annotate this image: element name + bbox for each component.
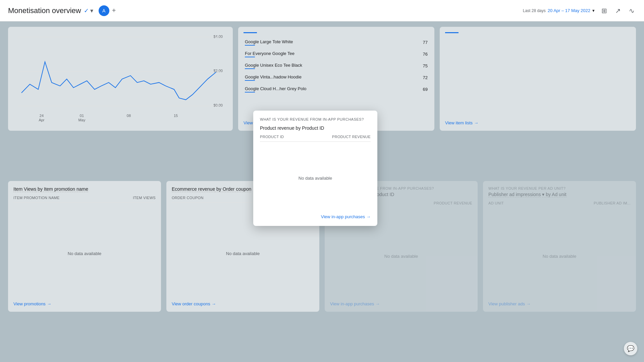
modal-table-title: Product revenue by Product ID <box>260 125 371 131</box>
table-row: Google Unisex Eco Tee Black 75 <box>244 60 429 72</box>
promotions-col-headers: ITEM PROMOTION NAME ITEM VIEWS <box>13 196 156 203</box>
coupons-title-prefix: Ecommerce revenue <box>172 186 215 192</box>
item-name: Google Vinta...hadow Hoodie <box>244 72 410 83</box>
promotions-card: Item Views by Item promotion name ITEM P… <box>8 181 161 312</box>
publisher-col1: AD UNIT <box>488 201 504 205</box>
in-app-col2: PRODUCT REVENUE <box>434 201 472 205</box>
item-lists-card: View item lists → <box>440 27 636 131</box>
publisher-col-headers: AD UNIT PUBLISHER AD IM... <box>488 201 631 208</box>
lists-indicator <box>445 32 459 33</box>
add-icon[interactable]: + <box>112 7 116 14</box>
feedback-icon: 💬 <box>627 345 634 352</box>
in-app-modal: WHAT IS YOUR REVENUE FROM IN-APP PURCHAS… <box>253 111 377 226</box>
table-row: Google Cloud H...her Grey Polo 69 <box>244 83 429 95</box>
view-item-lists-link[interactable]: View item lists → <box>445 120 631 125</box>
table-row: For Everyone Google Tee 76 <box>244 48 429 60</box>
promotions-title-prefix: Item Views <box>13 186 36 192</box>
item-name: Google Cloud H...her Grey Polo <box>244 83 410 95</box>
publisher-col2: PUBLISHER AD IM... <box>594 201 631 205</box>
promotions-no-data: No data available <box>13 205 156 301</box>
date-dropdown-icon[interactable]: ▾ <box>592 8 595 13</box>
table-row: Google Vinta...hadow Hoodie 72 <box>244 72 429 83</box>
revenue-chart-card: $4.00 $2.00 $0.00 24 Apr 01 May 08 15 <box>8 27 233 131</box>
modal-question: WHAT IS YOUR REVENUE FROM IN-APP PURCHAS… <box>260 117 371 121</box>
publisher-question: WHAT IS YOUR REVENUE PER AD UNIT? <box>488 186 631 190</box>
view-promotions-link[interactable]: View promotions → <box>13 301 156 306</box>
table-row: Google Large Tote White 77 <box>244 37 429 48</box>
report-icon[interactable]: ⊞ <box>600 5 608 16</box>
item-name: For Everyone Google Tee <box>244 48 410 60</box>
promotions-col1: ITEM PROMOTION NAME <box>13 196 60 200</box>
svg-text:01: 01 <box>80 114 84 118</box>
publisher-no-data: No data available <box>488 211 631 301</box>
promotions-col2: ITEM VIEWS <box>133 196 156 200</box>
item-value: 69 <box>410 83 429 95</box>
view-order-coupons-label: View order coupons <box>172 301 210 306</box>
arrow-icon: → <box>474 120 478 125</box>
view-in-app-link[interactable]: View in-app purchases → <box>330 301 472 306</box>
feedback-button[interactable]: 💬 <box>624 342 637 355</box>
revenue-chart: $4.00 $2.00 $0.00 24 Apr 01 May 08 15 <box>8 31 233 131</box>
view-promotions-label: View promotions <box>13 301 46 306</box>
view-item-lists-label: View item lists <box>445 120 473 125</box>
view-publisher-ads-label: View publisher ads <box>488 301 525 306</box>
modal-view-link[interactable]: View in-app purchases → <box>260 214 371 219</box>
items-table: Google Large Tote White 77 For Everyone … <box>244 37 429 120</box>
header-right: Last 28 days 20 Apr – 17 May 2022 ▾ ⊞ ↗ … <box>523 5 636 16</box>
publisher-title: Publisher ad impressions ▾ by Ad unit <box>488 192 631 197</box>
item-value: 77 <box>410 37 429 48</box>
trending-icon[interactable]: ∿ <box>628 5 636 16</box>
svg-text:08: 08 <box>127 114 131 118</box>
publisher-title-suffix: ▾ by Ad unit <box>542 192 566 197</box>
svg-text:Apr: Apr <box>39 118 44 122</box>
item-value: 72 <box>410 72 429 83</box>
date-label: Last 28 days <box>523 8 546 13</box>
promotions-title: Item Views by Item promotion name <box>13 186 156 192</box>
publisher-title-prefix: Publisher ad impressions <box>488 192 541 197</box>
item-name: Google Large Tote White <box>244 37 410 48</box>
header: Monetisation overview ✓ ▾ A + Last 28 da… <box>0 0 644 21</box>
svg-text:$0.00: $0.00 <box>213 103 223 107</box>
publisher-ads-card: WHAT IS YOUR REVENUE PER AD UNIT? Publis… <box>483 181 636 312</box>
svg-text:15: 15 <box>174 114 178 118</box>
item-value: 75 <box>410 60 429 72</box>
svg-text:$2.00: $2.00 <box>213 69 223 73</box>
svg-text:$4.00: $4.00 <box>213 34 223 38</box>
modal-arrow-icon: → <box>366 214 371 219</box>
item-lists-no-data <box>445 37 631 120</box>
arrow-icon: → <box>212 301 216 306</box>
avatar[interactable]: A <box>99 5 109 16</box>
view-publisher-ads-link[interactable]: View publisher ads → <box>488 301 631 306</box>
coupons-title-suffix: by Order coupon <box>215 186 251 192</box>
svg-text:May: May <box>78 118 86 122</box>
share-icon[interactable]: ↗ <box>614 5 622 16</box>
modal-col-headers: PRODUCT ID PRODUCT REVENUE <box>260 135 371 142</box>
svg-text:24: 24 <box>40 114 44 118</box>
items-indicator <box>244 32 257 33</box>
modal-col2: PRODUCT REVENUE <box>332 135 371 139</box>
coupons-col1: ORDER COUPON <box>172 196 204 200</box>
arrow-icon: → <box>526 301 531 306</box>
item-name: Google Unisex Eco Tee Black <box>244 60 410 72</box>
view-order-coupons-link[interactable]: View order coupons → <box>172 301 314 306</box>
check-icon: ✓ <box>84 7 89 14</box>
page-title: Monetisation overview <box>8 6 81 15</box>
arrow-icon: → <box>375 301 380 306</box>
date-range: Last 28 days 20 Apr – 17 May 2022 ▾ <box>523 8 595 13</box>
dropdown-icon[interactable]: ▾ <box>90 7 93 14</box>
promotions-title-suffix: by Item promotion name <box>36 186 88 192</box>
modal-no-data: No data available <box>260 144 371 212</box>
view-in-app-label: View in-app purchases <box>330 301 374 306</box>
item-value: 76 <box>410 48 429 60</box>
arrow-icon: → <box>47 301 51 306</box>
date-range-value[interactable]: 20 Apr – 17 May 2022 <box>548 8 590 13</box>
modal-col1: PRODUCT ID <box>260 135 284 139</box>
modal-view-label: View in-app purchases <box>321 214 365 219</box>
